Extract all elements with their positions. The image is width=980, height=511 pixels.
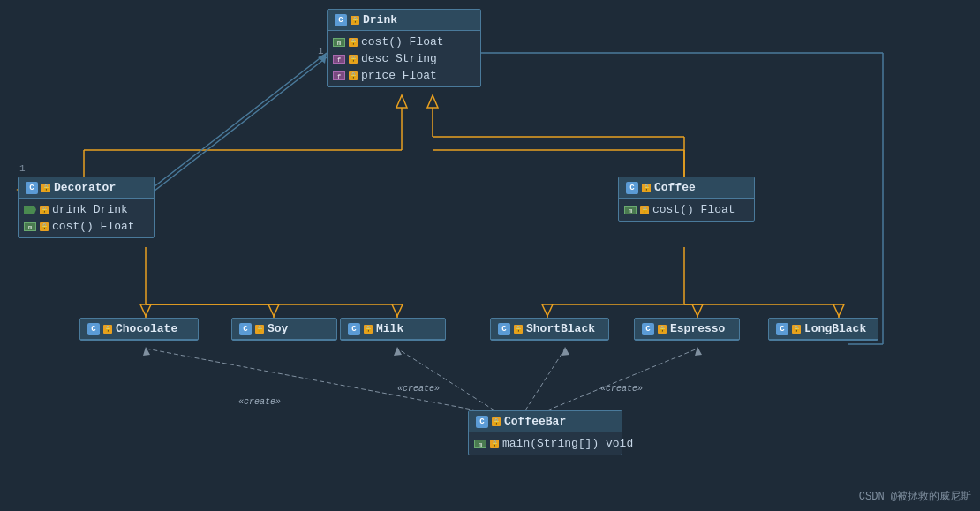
method-icon: m bbox=[333, 38, 345, 47]
stereo-create-3: «create» bbox=[600, 384, 643, 394]
svg-line-30 bbox=[146, 349, 477, 410]
class-drink-body: m 🔒 cost() Float f 🔒 desc String f 🔒 pri… bbox=[328, 31, 480, 86]
tag-icon bbox=[24, 206, 36, 214]
class-milk-name: Milk bbox=[376, 322, 403, 335]
lock-icon: 🔒 bbox=[490, 440, 499, 448]
class-coffeebar-header: C 🔒 CoffeeBar bbox=[469, 411, 622, 432]
drink-cost-label: cost() Float bbox=[361, 35, 444, 49]
svg-marker-16 bbox=[268, 304, 279, 316]
class-chocolate-name: Chocolate bbox=[116, 322, 177, 335]
lock-icon: 🔒 bbox=[792, 325, 801, 334]
lock-icon-decorator: 🔒 bbox=[41, 184, 50, 192]
svg-marker-19 bbox=[392, 304, 403, 316]
class-longblack: C 🔒 LongBlack bbox=[768, 318, 878, 341]
class-shortblack: C 🔒 ShortBlack bbox=[490, 318, 609, 341]
class-soy: C 🔒 Soy bbox=[231, 318, 337, 341]
lock-icon: 🔒 bbox=[40, 222, 49, 231]
class-icon-drink: C bbox=[335, 14, 347, 26]
svg-line-34 bbox=[547, 349, 697, 410]
method-icon: m bbox=[624, 206, 637, 214]
lock-icon-drink: 🔒 bbox=[351, 16, 359, 25]
class-coffee-name: Coffee bbox=[654, 181, 696, 194]
coffee-cost-label: cost() Float bbox=[652, 203, 735, 216]
svg-marker-13 bbox=[140, 304, 151, 316]
lock-icon: 🔒 bbox=[364, 325, 373, 334]
class-icon: C bbox=[348, 323, 360, 335]
class-icon: C bbox=[476, 416, 488, 428]
drink-desc-label: desc String bbox=[361, 52, 437, 65]
class-coffee-body: m 🔒 cost() Float bbox=[619, 199, 754, 221]
stereo-create-1: «create» bbox=[238, 397, 281, 407]
lock-icon: 🔒 bbox=[492, 417, 501, 426]
svg-marker-29 bbox=[833, 304, 844, 316]
svg-marker-35 bbox=[695, 347, 702, 356]
drink-field-price: f 🔒 price Float bbox=[333, 67, 475, 84]
lock-icon: 🔒 bbox=[658, 325, 667, 334]
decorator-method-cost: m 🔒 cost() Float bbox=[24, 218, 148, 235]
class-espresso: C 🔒 Espresso bbox=[634, 318, 740, 341]
stereo-create-2: «create» bbox=[397, 384, 440, 394]
svg-marker-3 bbox=[396, 95, 407, 108]
class-decorator: C 🔒 Decorator 🔒 drink Drink m 🔒 cost() F… bbox=[18, 177, 155, 238]
lock-icon: 🔒 bbox=[349, 38, 358, 47]
drink-method-cost: m 🔒 cost() Float bbox=[333, 34, 475, 50]
lock-icon: 🔒 bbox=[255, 325, 264, 334]
coffeebar-method-main: m 🔒 main(String[]) void bbox=[474, 435, 616, 452]
svg-marker-31 bbox=[143, 347, 150, 356]
class-icon: C bbox=[498, 323, 510, 335]
svg-line-10 bbox=[150, 57, 327, 194]
class-espresso-name: Espresso bbox=[670, 322, 725, 335]
label-1-decorator: 1 bbox=[19, 163, 26, 174]
class-drink: C 🔒 Drink m 🔒 cost() Float f 🔒 desc Stri… bbox=[327, 9, 481, 87]
svg-marker-9 bbox=[427, 95, 438, 108]
class-longblack-name: LongBlack bbox=[804, 322, 866, 335]
drink-price-label: price Float bbox=[361, 69, 437, 82]
class-soy-header: C 🔒 Soy bbox=[232, 319, 336, 340]
class-shortblack-header: C 🔒 ShortBlack bbox=[491, 319, 608, 340]
svg-marker-37 bbox=[562, 347, 569, 356]
lock-icon: 🔒 bbox=[40, 206, 49, 214]
decorator-drink-label: drink Drink bbox=[52, 203, 128, 216]
class-icon: C bbox=[87, 323, 100, 335]
label-1-drink: 1 bbox=[318, 46, 324, 56]
method-icon: m bbox=[24, 222, 36, 231]
class-icon-coffee: C bbox=[626, 182, 638, 194]
class-coffee: C 🔒 Coffee m 🔒 cost() Float bbox=[618, 177, 755, 222]
class-chocolate-header: C 🔒 Chocolate bbox=[80, 319, 198, 340]
class-coffeebar: C 🔒 CoffeeBar m 🔒 main(String[]) void bbox=[468, 410, 622, 455]
class-coffeebar-name: CoffeeBar bbox=[504, 415, 566, 428]
lock-icon: 🔒 bbox=[514, 325, 523, 334]
class-icon-decorator: C bbox=[26, 182, 38, 194]
svg-marker-33 bbox=[394, 347, 402, 356]
decorator-cost-label: cost() Float bbox=[52, 220, 135, 233]
method-icon: m bbox=[474, 440, 486, 448]
lock-icon: 🔒 bbox=[103, 325, 112, 334]
coffee-method-cost: m 🔒 cost() Float bbox=[624, 201, 749, 218]
field-icon: f bbox=[333, 55, 345, 64]
drink-field-desc: f 🔒 desc String bbox=[333, 50, 475, 67]
class-milk-header: C 🔒 Milk bbox=[341, 319, 445, 340]
svg-line-38 bbox=[150, 53, 327, 190]
class-icon: C bbox=[642, 323, 654, 335]
class-decorator-name: Decorator bbox=[54, 181, 116, 194]
class-drink-header: C 🔒 Drink bbox=[328, 10, 480, 31]
class-drink-name: Drink bbox=[363, 13, 397, 26]
class-shortblack-name: ShortBlack bbox=[526, 322, 595, 335]
svg-marker-26 bbox=[692, 304, 703, 316]
lock-icon-coffee: 🔒 bbox=[642, 184, 651, 192]
class-milk: C 🔒 Milk bbox=[340, 318, 446, 341]
svg-line-32 bbox=[397, 349, 494, 410]
svg-line-36 bbox=[525, 349, 565, 410]
watermark: CSDN @被拯救的威尼斯 bbox=[859, 489, 971, 504]
class-icon: C bbox=[776, 323, 788, 335]
field-icon: f bbox=[333, 71, 345, 80]
coffeebar-main-label: main(String[]) void bbox=[502, 437, 633, 450]
svg-marker-23 bbox=[542, 304, 553, 316]
class-decorator-header: C 🔒 Decorator bbox=[19, 177, 154, 199]
class-espresso-header: C 🔒 Espresso bbox=[635, 319, 739, 340]
class-icon: C bbox=[239, 323, 252, 335]
class-coffee-header: C 🔒 Coffee bbox=[619, 177, 754, 199]
class-chocolate: C 🔒 Chocolate bbox=[79, 318, 199, 341]
lock-icon: 🔒 bbox=[349, 55, 358, 64]
class-decorator-body: 🔒 drink Drink m 🔒 cost() Float bbox=[19, 199, 154, 237]
